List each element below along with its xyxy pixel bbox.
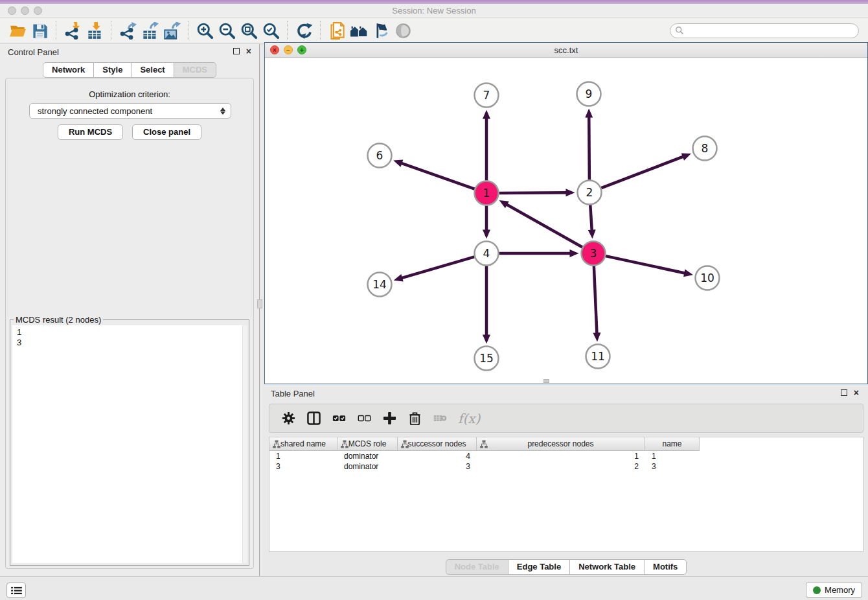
edge-4-14[interactable] [400, 257, 474, 278]
tab-mcds[interactable]: MCDS [174, 62, 216, 78]
import-table-button[interactable] [84, 20, 106, 41]
table-cell[interactable]: dominator [337, 451, 398, 461]
table-cell[interactable]: 1 [477, 451, 645, 461]
edge-1-2[interactable] [499, 192, 567, 193]
import-network-button[interactable] [62, 20, 84, 41]
checked-boxes-icon [332, 411, 346, 425]
add-column-button[interactable] [380, 409, 399, 428]
mcds-result-area[interactable]: 1 3 [12, 325, 247, 563]
search-input[interactable] [684, 25, 858, 37]
edge-3-11[interactable] [594, 266, 597, 334]
control-panel-tabs: NetworkStyleSelectMCDS [0, 62, 259, 78]
memory-button[interactable]: Memory [806, 582, 862, 598]
first-neighbors-button[interactable] [348, 20, 370, 41]
export-table-button[interactable] [139, 20, 161, 41]
panel-splitter-handle[interactable] [257, 299, 262, 308]
edge-2-9[interactable] [589, 115, 589, 179]
main-titlebar: Session: New Session [0, 4, 868, 18]
column-header-shared-name[interactable]: shared name [269, 437, 337, 451]
function-builder-button[interactable]: f(x) [455, 411, 480, 426]
node-label-6: 6 [376, 149, 383, 162]
table-row[interactable]: 1dominator411 [269, 451, 863, 461]
home-icon [350, 22, 368, 40]
save-session-button[interactable] [29, 20, 51, 41]
memory-status-icon [813, 586, 821, 594]
node-label-9: 9 [586, 87, 593, 100]
table-cell[interactable]: 2 [477, 461, 645, 472]
zoom-out-button[interactable] [216, 20, 238, 41]
eye-icon [394, 22, 412, 40]
column-header-successor-nodes[interactable]: successor nodes [398, 437, 477, 451]
table-tab-motifs[interactable]: Motifs [645, 559, 687, 575]
task-history-button[interactable] [6, 583, 26, 598]
tab-network[interactable]: Network [43, 62, 94, 78]
network-canvas[interactable]: 7968124314101511 [265, 58, 867, 384]
edge-2-8[interactable] [601, 156, 684, 188]
edge-2-3[interactable] [590, 205, 592, 231]
apply-layout-button[interactable] [293, 20, 315, 41]
table-cell[interactable]: dominator [337, 461, 398, 472]
table-row[interactable]: 3dominator323 [269, 461, 863, 472]
edge-3-10[interactable] [606, 256, 686, 273]
close-panel-icon[interactable]: × [246, 47, 251, 55]
table-cell[interactable]: 3 [645, 461, 700, 472]
export-table-icon [141, 22, 159, 40]
table-cell[interactable]: 1 [269, 451, 337, 461]
network-from-selection-button[interactable] [326, 20, 348, 41]
export-image-icon [163, 22, 181, 40]
table-tab-node-table[interactable]: Node Table [446, 559, 508, 575]
node-label-2: 2 [586, 186, 593, 199]
table-options-button[interactable] [279, 409, 298, 428]
criterion-dropdown[interactable]: strongly connected component [29, 103, 231, 119]
deselect-all-rows-button[interactable] [354, 409, 374, 428]
import-table-icon [86, 22, 104, 40]
table-cell[interactable]: 4 [398, 451, 477, 461]
table-body: 1dominator4113dominator323 [269, 451, 863, 472]
export-network-button[interactable] [117, 20, 139, 41]
zoom-selected-button[interactable] [260, 20, 282, 41]
zoom-fit-button[interactable] [238, 20, 260, 41]
zoom-in-button[interactable] [194, 20, 216, 41]
node-table[interactable]: shared nameMCDS rolesuccessor nodesprede… [269, 437, 863, 552]
show-column-button[interactable] [304, 409, 323, 428]
show-all-button[interactable] [392, 20, 414, 41]
tab-style[interactable]: Style [94, 62, 131, 78]
delete-table-button[interactable] [430, 409, 450, 428]
edge-arrowhead [585, 108, 593, 117]
table-tab-edge-table[interactable]: Edge Table [508, 559, 570, 575]
edge-3-1[interactable] [505, 203, 582, 247]
column-header-predecessor-nodes[interactable]: predecessor nodes [477, 437, 645, 451]
edge-1-6[interactable] [400, 163, 475, 189]
mcds-result-title: MCDS result (2 nodes) [14, 315, 103, 325]
node-label-8: 8 [702, 142, 709, 155]
float-panel-icon[interactable] [233, 48, 240, 54]
hide-selected-button[interactable] [370, 20, 392, 41]
table-tab-network-table[interactable]: Network Table [570, 559, 645, 575]
column-header-name[interactable]: name [645, 437, 700, 451]
close-table-panel-icon[interactable]: × [854, 389, 859, 397]
select-all-rows-button[interactable] [329, 409, 348, 428]
application-window: Session: New Session [0, 0, 868, 600]
criterion-value: strongly connected component [38, 106, 220, 116]
status-bar: Memory [0, 576, 868, 600]
canvas-hscroll-handle[interactable] [543, 379, 549, 383]
table-cell[interactable]: 3 [269, 461, 337, 472]
run-mcds-button[interactable]: Run MCDS [58, 124, 123, 140]
delete-column-button[interactable] [405, 409, 424, 428]
mcds-result-values: 1 3 [12, 325, 247, 348]
search-field[interactable] [670, 23, 859, 38]
export-network-icon [119, 22, 137, 40]
tab-select[interactable]: Select [131, 62, 174, 78]
table-toolbar: f(x) [269, 404, 863, 433]
tree-column-icon [341, 440, 348, 448]
table-cell[interactable]: 1 [645, 451, 700, 461]
result-scrollbar[interactable] [242, 325, 247, 563]
column-header-MCDS-role[interactable]: MCDS role [337, 437, 398, 451]
table-cell[interactable]: 3 [398, 461, 477, 472]
open-file-button[interactable] [6, 20, 29, 41]
network-window-titlebar[interactable]: × − + scc.txt [265, 43, 867, 58]
float-table-panel-icon[interactable] [841, 389, 847, 396]
export-image-button[interactable] [161, 20, 183, 41]
edge-arrowhead [394, 274, 404, 282]
close-panel-button[interactable]: Close panel [132, 124, 201, 140]
